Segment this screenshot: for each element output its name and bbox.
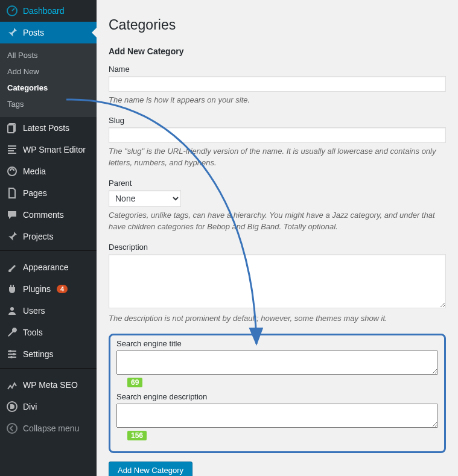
slug-input[interactable] <box>109 127 446 143</box>
menu-label: Projects <box>23 232 54 241</box>
menu-label: Divi <box>23 402 37 411</box>
parent-help: Categories, unlike tags, can have a hier… <box>109 209 446 233</box>
seo-title-label: Search engine title <box>116 339 182 348</box>
description-label: Description <box>109 243 446 252</box>
menu-label: Plugins <box>23 284 51 294</box>
menu-label: WP Smart Editor <box>23 145 86 154</box>
menu-label: Latest Posts <box>23 123 69 133</box>
svg-point-6 <box>13 353 15 355</box>
separator <box>0 250 97 253</box>
field-name: Name The name is how it appears on your … <box>109 65 446 106</box>
separator <box>0 368 97 371</box>
menu-label: Dashboard <box>23 6 65 16</box>
menu-dashboard[interactable]: Dashboard <box>0 0 97 22</box>
menu-pages[interactable]: Pages <box>0 182 97 204</box>
menu-label: Posts <box>23 28 44 37</box>
name-label: Name <box>109 65 446 74</box>
divi-icon <box>6 401 18 413</box>
svg-point-7 <box>10 356 13 358</box>
update-badge: 4 <box>57 285 68 293</box>
main-content: Categories Add New Category Name The nam… <box>97 0 458 476</box>
submenu-categories[interactable]: Categories <box>0 80 97 96</box>
name-help: The name is how it appears on your site. <box>109 94 446 106</box>
submenu-posts: All Posts Add New Categories Tags <box>0 43 97 117</box>
description-textarea[interactable] <box>109 254 446 308</box>
comment-icon <box>6 209 18 221</box>
field-slug: Slug The "slug" is the URL-friendly vers… <box>109 116 446 169</box>
brush-icon <box>6 261 18 273</box>
pin-icon <box>6 230 18 243</box>
page-title: Categories <box>109 17 446 33</box>
menu-settings[interactable]: Settings <box>0 343 97 365</box>
form-heading: Add New Category <box>109 46 446 56</box>
wrench-icon <box>6 326 18 338</box>
sliders-icon <box>6 348 18 360</box>
copy-icon <box>6 122 18 134</box>
menu-latest-posts[interactable]: Latest Posts <box>0 117 97 139</box>
menu-label: Users <box>23 306 45 316</box>
submit-button[interactable]: Add New Category <box>109 462 192 476</box>
admin-sidebar: Dashboard Posts All Posts Add New Catego… <box>0 0 97 476</box>
slug-help: The "slug" is the URL-friendly version o… <box>109 145 446 169</box>
menu-tools[interactable]: Tools <box>0 322 97 343</box>
list-icon <box>6 144 18 156</box>
media-icon <box>6 165 18 177</box>
menu-label: Settings <box>23 349 54 359</box>
description-help: The description is not prominent by defa… <box>109 313 446 325</box>
menu-label: Appearance <box>23 262 69 272</box>
menu-comments[interactable]: Comments <box>0 204 97 226</box>
menu-divi[interactable]: Divi <box>0 396 97 417</box>
user-icon <box>6 305 18 317</box>
submenu-add-new[interactable]: Add New <box>0 63 97 80</box>
field-description: Description The description is not promi… <box>109 243 446 325</box>
svg-rect-2 <box>8 125 14 133</box>
parent-label: Parent <box>109 179 446 188</box>
seo-title-count: 69 <box>127 378 142 387</box>
submenu-tags[interactable]: Tags <box>0 96 97 112</box>
svg-point-4 <box>10 307 14 311</box>
chart-icon <box>6 379 18 391</box>
svg-point-5 <box>9 350 11 352</box>
seo-desc-count: 156 <box>127 431 147 440</box>
page-icon <box>6 187 18 199</box>
field-parent: Parent None Categories, unlike tags, can… <box>109 179 446 233</box>
menu-label: Pages <box>23 188 47 198</box>
menu-users[interactable]: Users <box>0 300 97 322</box>
seo-highlight-box: Search engine title 69 Search engine des… <box>109 334 446 453</box>
seo-desc-textarea[interactable] <box>116 404 438 428</box>
pin-icon <box>6 27 18 39</box>
menu-smart-editor[interactable]: WP Smart Editor <box>0 139 97 160</box>
menu-plugins[interactable]: Plugins 4 <box>0 278 97 300</box>
collapse-icon <box>6 422 18 434</box>
seo-title-textarea[interactable] <box>116 351 438 375</box>
slug-label: Slug <box>109 116 446 125</box>
menu-label: Media <box>23 167 46 176</box>
menu-collapse[interactable]: Collapse menu <box>0 417 97 439</box>
menu-meta-seo[interactable]: WP Meta SEO <box>0 374 97 396</box>
seo-desc-label: Search engine description <box>116 392 207 401</box>
name-input[interactable] <box>109 76 446 92</box>
menu-appearance[interactable]: Appearance <box>0 256 97 278</box>
menu-projects[interactable]: Projects <box>0 226 97 247</box>
menu-label: Collapse menu <box>23 424 79 433</box>
menu-media[interactable]: Media <box>0 160 97 182</box>
submenu-all-posts[interactable]: All Posts <box>0 47 97 63</box>
svg-point-9 <box>7 424 17 433</box>
plugin-icon <box>6 283 18 295</box>
menu-label: Tools <box>23 328 43 337</box>
menu-label: WP Meta SEO <box>23 380 78 390</box>
dashboard-icon <box>6 5 18 17</box>
parent-select[interactable]: None <box>109 190 181 207</box>
menu-label: Comments <box>23 210 64 220</box>
menu-posts[interactable]: Posts <box>0 22 97 43</box>
